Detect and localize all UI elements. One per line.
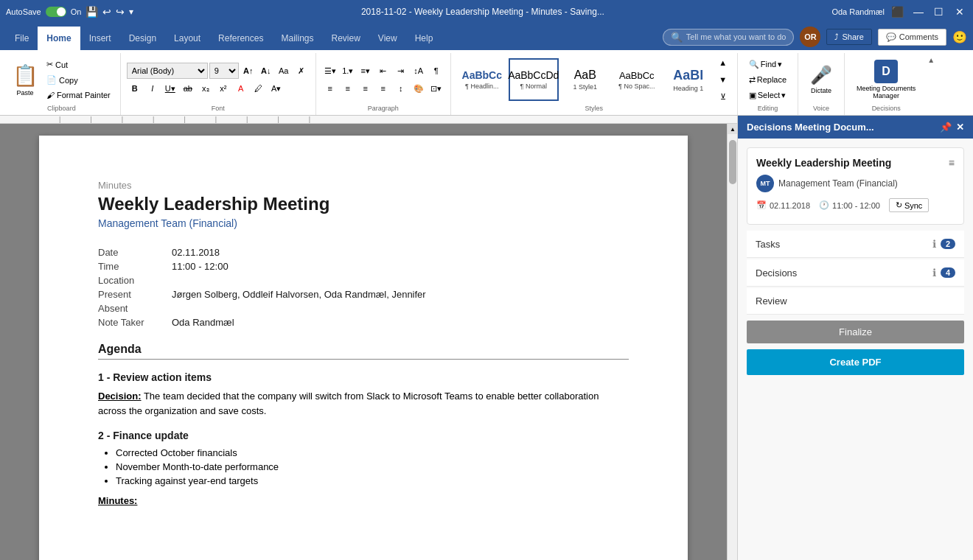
tell-me-wrapper[interactable]: 🔍 Tell me what you want to do xyxy=(663,29,795,46)
justify-button[interactable]: ≡ xyxy=(375,80,391,97)
style-style1[interactable]: AaB 1 Style1 xyxy=(560,58,610,101)
style-heading1-big[interactable]: AaBl Heading 1 xyxy=(663,58,714,101)
autosave-label: AutoSave xyxy=(6,7,41,16)
scroll-up-arrow[interactable]: ▲ xyxy=(728,124,738,134)
side-panel-pin-icon[interactable]: 📌 xyxy=(940,122,952,133)
tab-help[interactable]: Help xyxy=(406,27,442,50)
close-btn[interactable]: ✕ xyxy=(952,4,967,19)
select-dropdown[interactable]: ▾ xyxy=(781,91,786,100)
number-list-button[interactable]: 1.▾ xyxy=(340,63,356,79)
share-button[interactable]: ⤴ Share xyxy=(826,29,871,45)
tab-insert[interactable]: Insert xyxy=(80,27,120,50)
bold-button[interactable]: B xyxy=(127,80,143,97)
scroll-track[interactable] xyxy=(728,134,737,560)
save-icon[interactable]: 💾 xyxy=(86,6,98,18)
redo-icon[interactable]: ↪ xyxy=(116,6,125,18)
styles-scroll-down[interactable]: ▼ xyxy=(715,71,731,88)
align-right-button[interactable]: ≡ xyxy=(358,80,374,97)
tasks-section[interactable]: Tasks ℹ 2 xyxy=(747,231,964,258)
clear-format-button[interactable]: ✗ xyxy=(293,63,310,79)
font-shrink-button[interactable]: A↓ xyxy=(258,63,274,79)
style-heading1[interactable]: AaBbCc ¶ Headlin... xyxy=(457,58,507,101)
underline-button[interactable]: U▾ xyxy=(162,80,178,97)
sync-icon: ↻ xyxy=(896,200,902,210)
comments-button[interactable]: 💬 Comments xyxy=(878,29,946,46)
tab-references[interactable]: References xyxy=(209,27,272,50)
superscript-button[interactable]: x² xyxy=(215,80,231,97)
maximize-btn[interactable]: ☐ xyxy=(932,4,946,19)
italic-button[interactable]: I xyxy=(144,80,161,97)
ruler: | | | | | | | | | xyxy=(0,116,737,124)
tab-review[interactable]: Review xyxy=(322,27,369,50)
tab-layout[interactable]: Layout xyxy=(165,27,209,50)
tasks-right: ℹ 2 xyxy=(932,238,955,250)
tab-file[interactable]: File xyxy=(6,27,38,50)
highlight-button[interactable]: 🖊 xyxy=(251,80,267,97)
undo-icon[interactable]: ↩ xyxy=(102,6,111,18)
font-grow-button[interactable]: A↑ xyxy=(240,63,257,79)
tab-mailings[interactable]: Mailings xyxy=(272,27,322,50)
change-case-button[interactable]: Aa xyxy=(276,63,292,79)
decisions-info-icon[interactable]: ℹ xyxy=(932,267,936,279)
increase-indent-button[interactable]: ⇥ xyxy=(393,63,409,79)
find-dropdown[interactable]: ▾ xyxy=(778,60,782,69)
bullet-list-button[interactable]: ☰▾ xyxy=(322,63,338,79)
style-normal[interactable]: AaBbCcDd ¶ Normal xyxy=(509,58,559,101)
create-pdf-button[interactable]: Create PDF xyxy=(747,349,964,375)
decisions-label: Decisions xyxy=(872,105,901,113)
font-name-select[interactable]: Arial (Body) xyxy=(127,63,208,79)
clipboard-group-content: 📋 Paste ✂ Cut 📄 Copy 🖌 Format Painter xyxy=(9,55,114,105)
minimize-btn[interactable]: — xyxy=(911,4,926,19)
multilevel-list-button[interactable]: ≡▾ xyxy=(358,63,374,79)
meeting-menu-icon[interactable]: ≡ xyxy=(949,157,955,169)
autosave-toggle[interactable] xyxy=(46,7,66,17)
user-avatar[interactable]: OR xyxy=(800,27,820,47)
decrease-indent-button[interactable]: ⇤ xyxy=(375,63,391,79)
find-button[interactable]: 🔍 Find ▾ xyxy=(744,57,792,71)
customize-icon[interactable]: ▾ xyxy=(129,7,133,17)
style-no-spacing[interactable]: AaBbCc ¶ No Spac... xyxy=(612,58,662,101)
tab-home[interactable]: Home xyxy=(38,27,80,50)
replace-button[interactable]: ⇄ Replace xyxy=(744,73,792,87)
share-icon: ⤴ xyxy=(834,32,839,41)
sync-button[interactable]: ↻ Sync xyxy=(889,198,929,212)
format-painter-button[interactable]: 🖌 Format Painter xyxy=(43,88,114,102)
scroll-thumb[interactable] xyxy=(729,140,736,184)
borders-button[interactable]: ⊡▾ xyxy=(428,80,444,97)
feedback-button[interactable]: 🙂 xyxy=(952,30,967,44)
copy-button[interactable]: 📄 Copy xyxy=(43,73,114,87)
tasks-info-icon[interactable]: ℹ xyxy=(932,238,936,250)
line-spacing-button[interactable]: ↕ xyxy=(393,80,409,97)
doc-area[interactable]: Minutes Weekly Leadership Meeting Manage… xyxy=(0,124,727,560)
tab-design[interactable]: Design xyxy=(120,27,165,50)
tell-me-input[interactable]: Tell me what you want to do xyxy=(686,32,787,41)
align-center-button[interactable]: ≡ xyxy=(340,80,356,97)
shading-button[interactable]: 🎨 xyxy=(411,80,427,97)
font-size-select[interactable]: 9 xyxy=(209,63,239,79)
strikethrough-button[interactable]: ab xyxy=(180,80,196,97)
decisions-collapse-btn[interactable]: ▲ xyxy=(927,53,935,115)
decisions-addon-button[interactable]: D Meeting DocumentsManager xyxy=(851,57,921,102)
cut-button[interactable]: ✂ Cut xyxy=(43,57,114,71)
decisions-section[interactable]: Decisions ℹ 4 xyxy=(747,259,964,287)
finalize-button[interactable]: Finalize xyxy=(747,321,964,343)
decisions-addon-label: Meeting DocumentsManager xyxy=(857,85,916,99)
meta-row-notetaker: Note Taker Oda Randmæl xyxy=(98,317,629,328)
vertical-scrollbar[interactable]: ▲ ▼ xyxy=(727,124,737,560)
sort-button[interactable]: ↕A xyxy=(411,63,427,79)
show-format-button[interactable]: ¶ xyxy=(428,63,444,79)
side-panel-close-icon[interactable]: ✕ xyxy=(956,122,964,133)
ribbon-display-btn[interactable]: ⬛ xyxy=(890,4,905,19)
select-button[interactable]: ▣ Select ▾ xyxy=(744,88,792,102)
paste-button[interactable]: 📋 Paste xyxy=(9,59,41,100)
tab-view[interactable]: View xyxy=(369,27,406,50)
review-section[interactable]: Review xyxy=(747,288,964,315)
font-color-button[interactable]: A xyxy=(233,80,249,97)
subscript-button[interactable]: x₂ xyxy=(198,80,214,97)
dictate-button[interactable]: 🎤 Dictate xyxy=(804,62,838,97)
font-group: Arial (Body) 9 A↑ A↓ Aa ✗ B I U▾ ab x₂ xyxy=(121,53,316,115)
align-left-button[interactable]: ≡ xyxy=(322,80,338,97)
char-shading-button[interactable]: A▾ xyxy=(268,80,285,97)
styles-scroll-up[interactable]: ▲ xyxy=(715,55,731,71)
styles-expand[interactable]: ⊻ xyxy=(715,88,731,105)
